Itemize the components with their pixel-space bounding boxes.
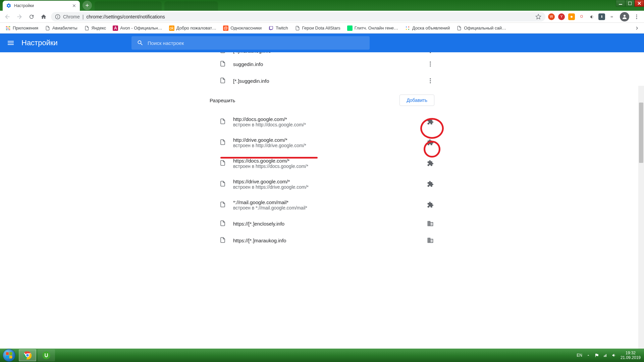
opera-ext-icon[interactable]: O [578, 13, 585, 20]
site-row: https://drive.google.com/*встроен в http… [203, 174, 441, 194]
svg-point-25 [430, 62, 431, 63]
window-close-button[interactable] [635, 0, 644, 7]
bookmark-item[interactable]: Глитч. Онлайн гене… [344, 24, 401, 32]
site-row: https://[*.]maraukog.info [203, 232, 441, 249]
svg-rect-41 [606, 354, 606, 357]
home-button[interactable] [39, 12, 48, 21]
bookmark-item[interactable]: Официальный сай… [454, 24, 509, 32]
svg-rect-1 [628, 2, 632, 5]
minimize-button[interactable] [616, 0, 625, 7]
glitch-icon [347, 25, 353, 31]
more-actions-icon[interactable] [426, 52, 434, 55]
doc-icon [45, 25, 50, 31]
document-icon [220, 160, 226, 167]
bookmarks-overflow[interactable] [633, 24, 641, 33]
new-tab-button[interactable] [83, 1, 92, 10]
svg-rect-32 [9, 352, 12, 355]
more-actions-icon[interactable] [426, 77, 434, 85]
reload-button[interactable] [27, 12, 36, 21]
bookmark-item[interactable]: okДобро пожаловат… [166, 24, 219, 32]
more-actions-icon[interactable] [426, 60, 434, 68]
address-bar[interactable]: Chrome | chrome://settings/content/notif… [51, 12, 545, 21]
allow-section-title: Разрешить [210, 98, 235, 103]
scrollbar[interactable] [638, 86, 644, 349]
browser-tab-settings[interactable]: Настройки [3, 1, 80, 11]
extension-icon[interactable] [426, 138, 434, 146]
window-controls [616, 0, 644, 7]
svg-rect-14 [9, 27, 10, 28]
svg-point-5 [624, 15, 626, 17]
address-bar-row: Chrome | chrome://settings/content/notif… [0, 11, 644, 23]
ok-ext-icon[interactable]: ☻ [568, 13, 575, 20]
close-tab-icon[interactable] [72, 3, 76, 8]
document-icon [220, 220, 226, 227]
bookmark-apps[interactable]: Приложения [3, 24, 41, 32]
bookmark-star-icon[interactable] [535, 14, 541, 20]
svg-rect-10 [8, 26, 9, 27]
tray-flag-icon[interactable] [594, 353, 599, 358]
doc-icon [457, 25, 462, 31]
bookmark-item[interactable]: Яндекс [82, 24, 109, 32]
svg-rect-11 [9, 26, 10, 27]
svg-rect-0 [619, 4, 622, 5]
vk-ext-icon[interactable]: W [548, 13, 555, 20]
address-path: chrome://settings/content/notifications [86, 14, 165, 19]
windows-orb-icon [3, 349, 15, 362]
document-icon [220, 201, 226, 208]
svg-point-20 [406, 29, 407, 30]
organization-icon[interactable] [426, 220, 434, 228]
inactive-tab[interactable] [95, 1, 162, 11]
inactive-tab[interactable] [164, 1, 218, 11]
svg-rect-15 [6, 29, 7, 30]
back-button[interactable] [3, 12, 12, 21]
bookmark-item[interactable]: Авиабилеты [42, 24, 80, 32]
address-proto: Chrome [63, 14, 80, 19]
bookmark-item[interactable]: Twitch [266, 24, 291, 32]
bookmark-item[interactable]: Доска объявлений [402, 24, 452, 32]
bookmark-item[interactable]: Герои Dota AllStars [292, 24, 343, 32]
settings-search-input[interactable] [148, 40, 364, 46]
extension-icon[interactable] [426, 118, 434, 126]
download-ext-icon[interactable]: ⬇ [598, 13, 605, 20]
extension-icons: W Y ☻ O ◐ ⬇ ∞ [548, 13, 615, 20]
twitch-icon [268, 25, 274, 31]
tray-volume-icon[interactable] [612, 353, 616, 358]
document-icon [220, 77, 226, 84]
extension-icon[interactable] [426, 159, 434, 167]
site-row: https://docs.google.com/*встроен в https… [203, 153, 441, 174]
start-button[interactable] [0, 349, 18, 362]
bookmark-item[interactable]: @Одноклассники [220, 24, 264, 32]
scrollbar-thumb[interactable] [639, 103, 643, 163]
infinity-ext-icon[interactable]: ∞ [608, 13, 615, 20]
svg-point-27 [430, 65, 431, 66]
site-row: http://drive.google.com/*встроен в http:… [203, 132, 441, 153]
forward-button[interactable] [15, 12, 24, 21]
taskbar-utorrent[interactable] [38, 349, 55, 361]
site-row: suggedin.info [203, 56, 441, 72]
organization-icon[interactable] [426, 236, 434, 244]
site-info-icon[interactable] [55, 14, 60, 19]
site-row: [*.]maraukog.info [203, 52, 441, 56]
extension-icon[interactable] [426, 180, 434, 188]
tray-network-icon[interactable] [603, 353, 608, 358]
document-icon [220, 118, 226, 125]
tray-show-hidden-icon[interactable] [586, 353, 590, 357]
add-site-button[interactable]: Добавить [399, 95, 434, 106]
hamburger-menu-icon[interactable] [7, 39, 15, 47]
svg-point-38 [42, 351, 50, 359]
panda-ext-icon[interactable]: ◐ [588, 13, 595, 20]
svg-point-19 [408, 26, 409, 27]
settings-search-box[interactable] [131, 36, 370, 50]
chrome-menu-button[interactable] [632, 12, 641, 21]
chrome-window: Настройки Chrome | chrome://settings/con… [0, 0, 644, 349]
extension-icon[interactable] [426, 201, 434, 209]
maximize-button[interactable] [625, 0, 635, 7]
tray-clock[interactable]: 19:32 21.09.2019 [621, 351, 641, 360]
profile-avatar[interactable] [620, 12, 629, 21]
yab-ext-icon[interactable]: Y [558, 13, 565, 20]
taskbar-chrome[interactable] [19, 349, 36, 361]
search-icon [137, 40, 144, 46]
tray-language[interactable]: EN [577, 353, 582, 358]
bookmark-item[interactable]: AAvon - Официальн… [110, 24, 165, 32]
site-row: https://[*.]enclosely.info [203, 215, 441, 232]
